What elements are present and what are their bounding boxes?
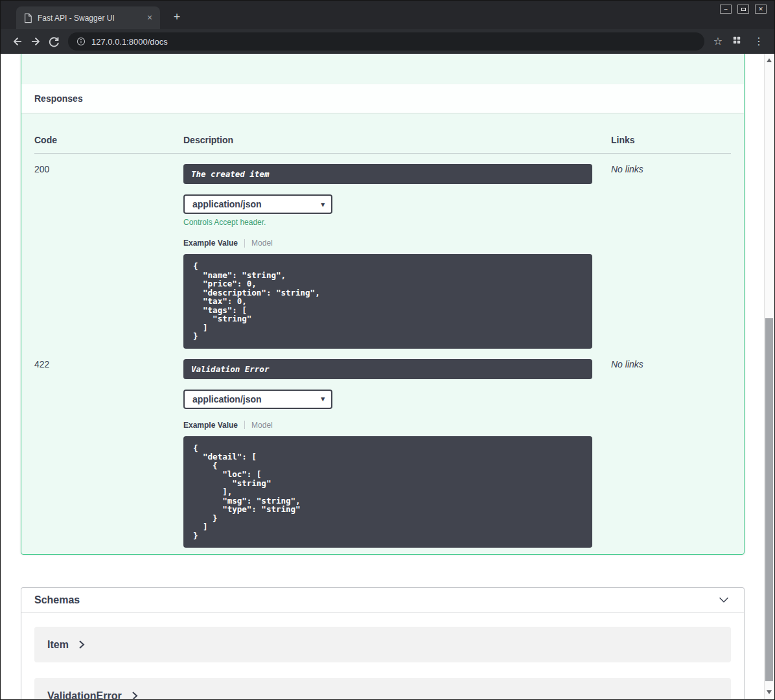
page-content: Responses Code Description Links 200 xyxy=(1,54,774,699)
response-links: No links xyxy=(611,164,731,349)
response-description-cell: The created item application/json ▾ Cont… xyxy=(183,164,611,349)
site-info-icon[interactable] xyxy=(76,36,86,47)
tab-model[interactable]: Model xyxy=(251,239,273,248)
toolbar-right: ☆ ⋮ xyxy=(713,35,767,48)
model-name: ValidationError xyxy=(47,690,122,699)
new-tab-button[interactable]: + xyxy=(169,9,185,25)
extensions-icon[interactable] xyxy=(732,35,742,48)
responses-section-header: Responses xyxy=(21,84,744,113)
maximize-icon xyxy=(741,8,746,11)
responses-table-header: Code Description Links xyxy=(34,126,731,154)
schemas-title: Schemas xyxy=(34,594,80,606)
responses-title: Responses xyxy=(34,93,83,104)
window-controls: – ✕ xyxy=(720,5,767,14)
media-type-select[interactable]: application/json ▾ xyxy=(183,194,332,214)
response-row-422: 422 Validation Error application/json ▾ … xyxy=(34,349,731,548)
schemas-section: Schemas Item Validation xyxy=(21,587,745,699)
browser-window: Fast API - Swagger UI × + – ✕ xyxy=(0,0,775,700)
column-header-code: Code xyxy=(34,135,183,145)
scrollbar-thumb[interactable] xyxy=(765,318,773,681)
chevron-down-icon xyxy=(717,593,731,607)
chevron-down-icon: ▾ xyxy=(321,200,325,209)
vertical-scrollbar[interactable] xyxy=(764,54,774,699)
page-icon xyxy=(23,13,32,23)
tab-example-value[interactable]: Example Value xyxy=(183,239,238,248)
tab-title: Fast API - Swagger UI xyxy=(38,14,139,23)
back-icon xyxy=(11,35,24,48)
scroll-down-button[interactable] xyxy=(765,687,774,697)
model-validationerror[interactable]: ValidationError xyxy=(34,678,731,699)
forward-icon xyxy=(29,35,42,48)
forward-button[interactable] xyxy=(27,32,45,51)
response-description: The created item xyxy=(183,164,592,184)
scroll-up-icon xyxy=(767,58,772,62)
close-button[interactable]: ✕ xyxy=(755,5,767,14)
schemas-header[interactable]: Schemas xyxy=(21,588,744,612)
schemas-models: Item ValidationError xyxy=(21,612,744,699)
chevron-right-icon xyxy=(131,691,139,699)
example-model-tabs: Example Value Model xyxy=(183,239,611,248)
response-code: 422 xyxy=(34,359,183,548)
tab-close-icon[interactable]: × xyxy=(145,13,155,23)
tab-model[interactable]: Model xyxy=(251,421,273,430)
reload-icon xyxy=(47,35,60,48)
address-bar[interactable]: 127.0.0.1:8000/docs xyxy=(68,32,704,51)
minimize-button[interactable]: – xyxy=(720,5,732,14)
column-header-links: Links xyxy=(611,135,731,145)
chevron-right-icon xyxy=(78,640,86,649)
response-description-cell: Validation Error application/json ▾ Exam… xyxy=(183,359,611,548)
swagger-ui: Responses Code Description Links 200 xyxy=(1,54,764,699)
scroll-down-icon xyxy=(767,690,772,694)
example-json: { "name": "string", "price": 0, "descrip… xyxy=(193,262,583,341)
chevron-down-icon: ▾ xyxy=(321,395,325,403)
example-model-tabs: Example Value Model xyxy=(183,421,611,430)
model-item[interactable]: Item xyxy=(34,627,731,662)
back-button[interactable] xyxy=(8,32,27,51)
column-header-description: Description xyxy=(183,135,611,145)
tab-example-value[interactable]: Example Value xyxy=(183,421,238,430)
model-name: Item xyxy=(47,639,69,651)
media-type-value: application/json xyxy=(192,199,262,209)
scroll-up-button[interactable] xyxy=(765,55,774,65)
reload-button[interactable] xyxy=(45,32,63,51)
media-type-value: application/json xyxy=(192,394,262,404)
tab-divider xyxy=(244,239,245,248)
responses-table: Code Description Links 200 The created i… xyxy=(21,113,744,548)
opblock-responses: Responses Code Description Links 200 xyxy=(21,54,745,555)
browser-tab[interactable]: Fast API - Swagger UI × xyxy=(16,6,160,29)
tab-strip: Fast API - Swagger UI × + – ✕ xyxy=(1,1,774,29)
maximize-button[interactable] xyxy=(737,5,749,14)
tab-divider xyxy=(244,421,245,429)
example-code-block: { "detail": [ { "loc": [ "string" ], "ms… xyxy=(183,436,592,548)
browser-toolbar: 127.0.0.1:8000/docs ☆ ⋮ xyxy=(1,29,774,54)
swagger-container: Responses Code Description Links 200 xyxy=(21,54,745,699)
controls-accept-note: Controls Accept header. xyxy=(183,218,611,227)
example-json: { "detail": [ { "loc": [ "string" ], "ms… xyxy=(193,444,583,541)
media-type-select[interactable]: application/json ▾ xyxy=(183,390,332,409)
response-code: 200 xyxy=(34,164,183,349)
response-description: Validation Error xyxy=(183,359,592,379)
example-code-block: { "name": "string", "price": 0, "descrip… xyxy=(183,254,592,349)
response-row-200: 200 The created item application/json ▾ … xyxy=(34,154,731,349)
url-text: 127.0.0.1:8000/docs xyxy=(91,37,168,47)
bookmark-star-icon[interactable]: ☆ xyxy=(713,36,723,47)
menu-kebab-icon[interactable]: ⋮ xyxy=(751,36,767,47)
response-links: No links xyxy=(611,359,731,548)
